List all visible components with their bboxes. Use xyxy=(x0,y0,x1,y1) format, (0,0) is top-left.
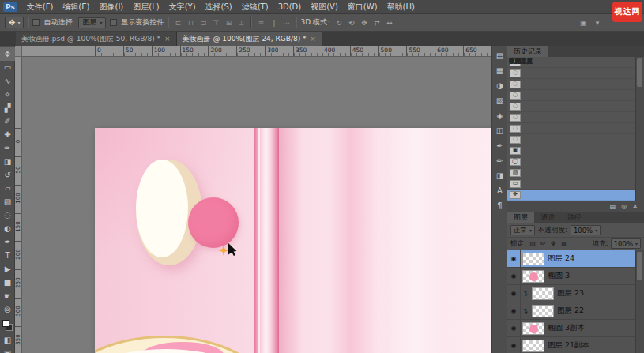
eyedropper-tool[interactable]: ✐ xyxy=(0,115,15,128)
layer-visibility-toggle[interactable]: ◉ xyxy=(507,302,521,319)
tab-paths[interactable]: 路径 xyxy=(561,212,588,223)
opacity-select[interactable]: 100% ▾ xyxy=(571,225,601,235)
dock-color-panel-icon[interactable]: ▤ xyxy=(492,48,507,63)
history-item[interactable]: ◯ 椭圆选框 xyxy=(507,156,635,167)
document-tab[interactable]: 美妆画册 @ 100%(图层 24, RGB/8) * × xyxy=(177,32,323,46)
auto-select-target-dropdown[interactable]: 图层 ▾ xyxy=(78,17,106,28)
clone-stamp-tool[interactable]: ◨ xyxy=(0,155,15,168)
quick-selection-tool[interactable]: ✧ xyxy=(0,88,15,101)
tool-preset-dropdown[interactable]: ✥ ▾ xyxy=(5,17,24,28)
align-top-edges-icon[interactable]: ⊤ xyxy=(210,17,221,28)
layer-thumbnail[interactable] xyxy=(522,340,544,352)
history-item[interactable]: ◌ 模糊工具 xyxy=(507,68,635,79)
dock-paragraph-panel-icon[interactable]: ¶ xyxy=(492,198,507,213)
eraser-tool[interactable]: ▱ xyxy=(0,182,15,195)
type-tool[interactable]: T xyxy=(0,249,15,262)
delete-state-icon[interactable]: ✕ xyxy=(632,204,638,210)
lock-position-icon[interactable]: ✥ xyxy=(549,240,558,247)
history-item[interactable]: ◌ 模糊工具 xyxy=(507,79,635,90)
layer-thumbnail[interactable] xyxy=(522,253,544,265)
menu-item[interactable]: 帮助(H) xyxy=(382,0,420,14)
layer-visibility-toggle[interactable]: ◉ xyxy=(507,285,521,302)
lock-image-pixels-icon[interactable]: ✏ xyxy=(539,240,548,247)
layer-row[interactable]: ◉ ↴ 图层 21副本 xyxy=(507,337,635,353)
dock-character-panel-icon[interactable]: A xyxy=(492,183,507,198)
menu-item[interactable]: 视图(V) xyxy=(306,0,343,14)
layer-visibility-toggle[interactable]: ◉ xyxy=(507,320,521,336)
dodge-tool[interactable]: ◐ xyxy=(0,222,15,235)
move-tool[interactable]: ✥ xyxy=(0,47,15,61)
tab-history[interactable]: 历史记录 xyxy=(507,46,548,57)
scrollbar-thumb[interactable] xyxy=(637,58,642,87)
canvas-viewport[interactable] xyxy=(22,57,491,353)
blend-mode-select[interactable]: 正常 ▾ xyxy=(510,225,535,235)
layer-row[interactable]: ◉ ↴ 图层 22 xyxy=(507,302,635,320)
dock-styles-panel-icon[interactable]: ▨ xyxy=(492,93,507,108)
layer-visibility-toggle[interactable]: ◉ xyxy=(507,250,521,267)
lock-transparent-pixels-icon[interactable]: ▨ xyxy=(529,240,537,247)
screen-mode-tool[interactable]: ▣ xyxy=(0,347,15,353)
lock-all-icon[interactable]: ⊠ xyxy=(559,240,568,247)
dock-channels-panel-icon[interactable]: ◫ xyxy=(492,123,507,138)
panel-toggle-icon[interactable]: ▣ xyxy=(578,17,589,28)
history-item[interactable]: ◌ 模糊工具 xyxy=(507,134,635,145)
layer-thumbnail[interactable] xyxy=(522,322,544,335)
shape-tool[interactable]: ■ xyxy=(0,276,15,289)
show-transform-checkbox[interactable] xyxy=(110,19,117,26)
pen-tool[interactable]: ✒ xyxy=(0,235,15,249)
3d-drag-icon[interactable]: ✥ xyxy=(359,17,370,28)
layer-visibility-toggle[interactable]: ◉ xyxy=(507,268,521,284)
zoom-tool[interactable]: ◎ xyxy=(0,302,15,316)
new-doc-from-state-icon[interactable]: ▤ xyxy=(610,204,616,210)
history-item[interactable]: ◌ 模糊工具 xyxy=(507,101,635,112)
menu-item[interactable]: 窗口(W) xyxy=(343,0,382,14)
3d-scale-icon[interactable]: ↔ xyxy=(384,17,395,28)
3d-roll-icon[interactable]: ⟲ xyxy=(346,17,357,28)
scrollbar-thumb[interactable] xyxy=(637,252,642,280)
foreground-color-swatch[interactable] xyxy=(2,320,9,327)
blur-tool[interactable]: ◌ xyxy=(0,208,15,222)
distribute-vertical-icon[interactable]: ≡ xyxy=(255,17,266,28)
dock-brush-panel-icon[interactable]: ✏ xyxy=(492,153,507,168)
auto-select-checkbox[interactable] xyxy=(32,19,40,26)
3d-slide-icon[interactable]: ⇄ xyxy=(371,17,382,28)
menu-item[interactable]: 滤镜(T) xyxy=(237,0,273,14)
layer-row[interactable]: ◉ ↴ 椭圆 3副本 xyxy=(507,320,635,337)
vertical-ruler[interactable]: 050100150200250300350 xyxy=(15,57,22,353)
menu-item[interactable]: 编辑(E) xyxy=(58,0,94,14)
history-item[interactable]: ▭ 取消选择 xyxy=(507,178,635,190)
menu-item[interactable]: 图层(L) xyxy=(128,0,164,14)
scrollbar[interactable] xyxy=(635,250,644,353)
layer-thumbnail[interactable] xyxy=(532,305,554,317)
dock-clone-source-panel-icon[interactable]: ◨ xyxy=(492,168,507,183)
menu-item[interactable]: 文字(Y) xyxy=(164,0,201,14)
history-brush-tool[interactable]: ↺ xyxy=(0,168,15,182)
crop-tool[interactable]: ▞ xyxy=(0,101,15,115)
history-item[interactable]: ✥ 移动 xyxy=(507,190,635,201)
history-item[interactable]: ◌ 模糊工具 xyxy=(507,90,635,101)
history-item[interactable]: ▣ 新建图层 xyxy=(507,145,635,156)
document-tab[interactable]: 美妆画册.psd @ 100%(图层 50, RGB/8) * × xyxy=(16,32,177,46)
document-canvas[interactable] xyxy=(95,128,491,353)
dock-info-panel-icon[interactable]: ◈ xyxy=(492,108,507,123)
dock-swatches-panel-icon[interactable]: ▦ xyxy=(492,63,507,78)
marquee-tool[interactable]: ▭ xyxy=(0,61,15,74)
distribute-spacing-icon[interactable]: ⋯ xyxy=(281,17,292,28)
history-item[interactable]: ◌ 模糊工具 xyxy=(507,123,635,134)
menu-item[interactable]: 文件(F) xyxy=(22,0,58,14)
menu-item[interactable]: 选择(S) xyxy=(201,0,237,14)
distribute-horizontal-icon[interactable]: ∥ xyxy=(268,17,279,28)
3d-rotate-icon[interactable]: ↻ xyxy=(333,17,345,28)
align-left-edges-icon[interactable]: ⊏ xyxy=(172,17,183,28)
layer-row[interactable]: ◉ ↴ 椭圆 3 xyxy=(507,268,635,285)
history-item[interactable]: ▨ 填充 xyxy=(507,167,635,178)
menu-item[interactable]: 3D(D) xyxy=(273,0,307,14)
dock-paths-panel-icon[interactable]: ✒ xyxy=(492,138,507,153)
lasso-tool[interactable]: ∿ xyxy=(0,74,15,88)
close-icon[interactable]: × xyxy=(311,35,317,43)
scrollbar[interactable] xyxy=(635,57,644,201)
color-swatches[interactable] xyxy=(0,317,15,333)
layer-thumbnail[interactable] xyxy=(532,287,554,300)
align-horizontal-centers-icon[interactable]: ⊓ xyxy=(185,17,196,28)
align-bottom-edges-icon[interactable]: ⊥ xyxy=(235,17,247,28)
